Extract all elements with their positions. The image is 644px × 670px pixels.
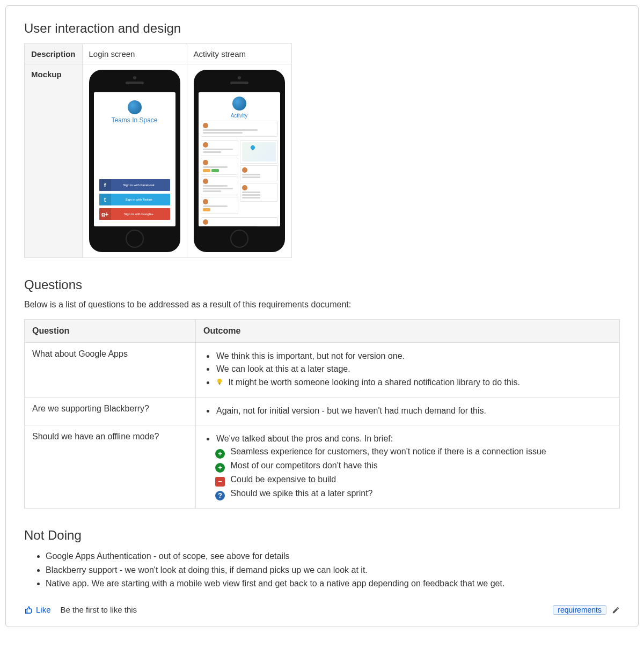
svg-rect-2: [219, 384, 221, 384]
plus-icon: +: [215, 463, 225, 473]
like-button[interactable]: Like: [24, 605, 51, 614]
svg-rect-1: [218, 382, 221, 384]
activity-title: Activity: [199, 113, 280, 119]
rocket-logo-icon: [232, 97, 246, 111]
mockups-table: Description Login screen Activity stream…: [24, 43, 292, 258]
edit-labels-button[interactable]: [612, 605, 620, 615]
outcome-text: Could be expensive to build: [229, 475, 336, 484]
mockup-cell-activity: Activity: [187, 64, 291, 258]
question-cell: Are we supporting Blackberry?: [25, 397, 196, 425]
mockups-col-title-1: Activity stream: [187, 44, 291, 64]
questions-header-outcome: Outcome: [196, 320, 620, 343]
outcome-cell: We've talked about the pros and cons. In…: [196, 425, 620, 509]
plus-icon: +: [215, 449, 225, 459]
outcome-item: We think this is important, but not for …: [215, 350, 612, 362]
mockups-col-title-0: Login screen: [82, 44, 187, 64]
like-hint: Be the first to like this: [61, 605, 137, 614]
phone-mockup-login: Teams In Space fSign in with Facebook tS…: [89, 70, 180, 252]
login-twitter-button: tSign in with Twitter: [99, 194, 170, 205]
question-cell: Should we have an offline mode?: [25, 425, 196, 509]
section-heading-notdoing: Not Doing: [24, 528, 620, 543]
questions-header-question: Question: [25, 320, 196, 343]
outcome-text: Should we spike this at a later sprint?: [229, 489, 372, 498]
question-cell: What about Google Apps: [25, 343, 196, 397]
like-label: Like: [36, 605, 51, 614]
question-icon: ?: [215, 491, 225, 500]
page-footer: Like Be the first to like this requireme…: [24, 605, 620, 615]
login-google-button: g+Sign in with Google+: [99, 208, 170, 220]
outcome-item: It might be worth someone looking into a…: [215, 377, 612, 389]
mockups-row-label-description: Description: [25, 44, 83, 64]
not-doing-list: Google Apps Authentication - out of scop…: [24, 550, 620, 590]
svg-point-0: [217, 379, 222, 383]
table-row: What about Google AppsWe think this is i…: [25, 343, 620, 397]
outcome-text: We think this is important, but not for …: [215, 351, 405, 360]
outcome-text: Most of our competitors don't have this: [229, 461, 377, 470]
outcome-text: Again, not for initial version - but we …: [215, 406, 486, 415]
minus-icon: −: [215, 477, 225, 487]
outcome-text: We've talked about the pros and cons. In…: [215, 434, 393, 443]
login-facebook-button: fSign in with Facebook: [99, 179, 170, 191]
questions-intro: Below is a list of questions to be addre…: [24, 300, 620, 310]
mockup-cell-login: Teams In Space fSign in with Facebook tS…: [82, 64, 187, 258]
not-doing-item: Native app. We are starting with a mobil…: [46, 578, 620, 590]
outcome-item: We've talked about the pros and cons. In…: [215, 433, 612, 445]
lightbulb-icon: [215, 378, 224, 389]
not-doing-item: Blackberry support - we won't look at do…: [46, 564, 620, 576]
outcome-cell: Again, not for initial version - but we …: [196, 397, 620, 425]
outcome-item: − Could be expensive to build: [215, 474, 612, 487]
table-row: Are we supporting Blackberry?Again, not …: [25, 397, 620, 425]
login-brand: Teams In Space: [94, 116, 175, 124]
table-row: Should we have an offline mode?We've tal…: [25, 425, 620, 509]
pencil-icon: [612, 606, 620, 614]
mockups-row-label-mockup: Mockup: [25, 64, 83, 258]
outcome-cell: We think this is important, but not for …: [196, 343, 620, 397]
phone-mockup-activity: Activity: [194, 70, 285, 252]
section-heading-design: User interaction and design: [24, 21, 620, 36]
outcome-text: Seamless experience for customers, they …: [229, 447, 546, 456]
not-doing-item: Google Apps Authentication - out of scop…: [46, 550, 620, 562]
outcome-item: + Most of our competitors don't have thi…: [215, 460, 612, 473]
outcome-item: We can look at this at a later stage.: [215, 363, 612, 375]
rocket-logo-icon: [128, 100, 142, 114]
outcome-text: We can look at this at a later stage.: [215, 364, 350, 373]
section-heading-questions: Questions: [24, 277, 620, 292]
outcome-text: It might be worth someone looking into a…: [227, 378, 519, 387]
outcome-item: + Seamless experience for customers, the…: [215, 446, 612, 459]
tag-requirements[interactable]: requirements: [553, 605, 606, 615]
outcome-item: Again, not for initial version - but we …: [215, 405, 612, 417]
outcome-item: ? Should we spike this at a later sprint…: [215, 488, 612, 500]
thumbs-up-icon: [24, 606, 33, 614]
questions-table: Question Outcome What about Google AppsW…: [24, 319, 620, 509]
